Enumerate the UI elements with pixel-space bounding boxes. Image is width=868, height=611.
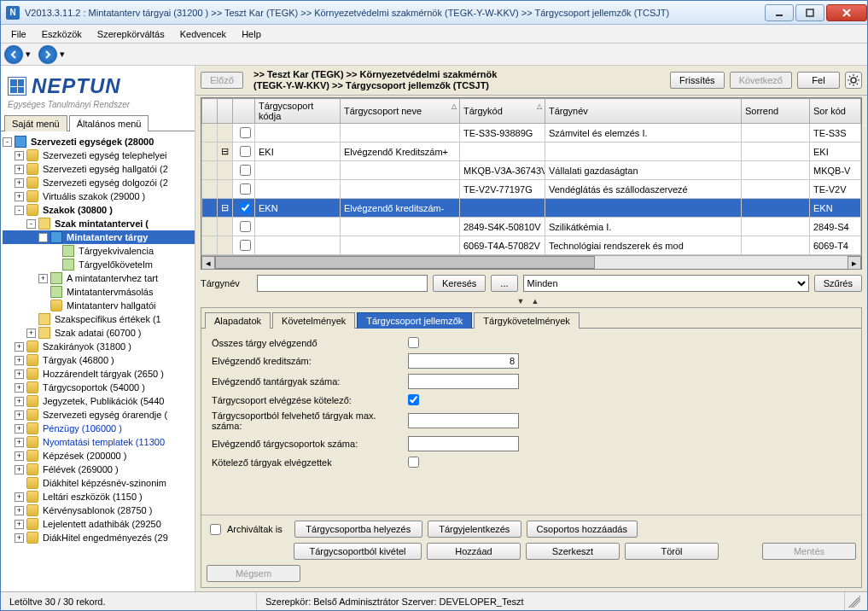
tree-node[interactable]: +Szervezeti egység órarendje ( [3,408,195,422]
tree-node[interactable]: +Félévek (269000 ) [3,463,195,476]
row-expand-icon[interactable]: ⊟ [218,143,233,161]
tree-node[interactable]: +DiákHitel engedményezés (29 [3,531,195,544]
tree-expand-icon[interactable]: + [15,533,24,543]
tree-node[interactable]: +Kérvénysablonok (28750 ) [3,503,195,517]
tree-expand-icon[interactable]: + [26,329,36,338]
btn-add[interactable]: Hozzáad [427,543,521,560]
menu-tools[interactable]: Eszközök [35,27,89,41]
menu-role[interactable]: Szerepkörváltás [90,27,172,41]
tree-expand-icon[interactable]: + [38,274,48,283]
tree-node[interactable]: +Virtuális szakok (29000 ) [3,189,195,203]
refresh-button[interactable]: Frissítés [670,72,725,89]
next-button[interactable]: Következő [730,72,792,89]
tree-node[interactable]: +Képzések (200000 ) [3,449,195,463]
btn-group-remove[interactable]: Tárgycsoportból kivétel [294,543,422,560]
tree-expand-icon[interactable]: + [15,438,24,447]
tree-expand-icon[interactable]: + [15,342,24,352]
search-input[interactable] [257,275,428,292]
tree-node[interactable]: +Nyomtatási templatek (11300 [3,435,195,449]
btn-subject-apply[interactable]: Tárgyjelentkezés [428,521,521,538]
btn-save[interactable]: Mentés [762,543,856,560]
field-credit-input[interactable] [408,353,519,369]
tree-expand-icon[interactable]: + [15,178,24,188]
table-row[interactable]: TE-V2V-77197GVendéglátás és szállodaszer… [202,180,861,199]
splitter-handle[interactable]: ▼▲ [195,297,867,307]
table-row[interactable]: ⊟EKIElvégzendő Kreditszám+EKI [202,143,861,161]
btn-edit[interactable]: Szerkeszt [526,543,620,560]
tree-node[interactable]: Mintatantervmásolás [3,285,195,299]
tree-node[interactable]: -Szervezeti egységek (28000 [3,135,195,148]
filter-select[interactable]: Minden [523,275,809,292]
grid-header[interactable]: Tárgynév [545,99,742,124]
tree-node[interactable]: -Szakok (30800 ) [3,203,195,217]
grid-header[interactable]: Sorrend [742,99,810,124]
tree-expand-icon[interactable]: + [15,410,24,420]
menu-file[interactable]: File [4,27,33,41]
tree-node[interactable]: +Szervezeti egység telephelyei [3,148,195,162]
search-more-button[interactable]: ... [491,275,517,292]
tree-node[interactable]: +Tárgyak (46800 ) [3,353,195,367]
btn-bulk-add[interactable]: Csoportos hozzáadás [527,521,638,538]
grid-header-blank[interactable] [233,99,255,124]
grid-header-blank[interactable] [218,99,233,124]
tab-own-menu[interactable]: Saját menü [4,115,67,131]
archived-checkbox[interactable] [210,524,221,535]
close-button[interactable] [826,4,867,21]
tree[interactable]: -Szervezeti egységek (28000+Szervezeti e… [1,131,195,591]
tree-expand-icon[interactable]: + [15,370,24,379]
field-subjectcount-input[interactable] [408,374,519,389]
tree-expand-icon[interactable]: - [38,233,48,242]
tree-expand-icon[interactable]: + [15,151,24,160]
table-row[interactable]: 6069-T4A-57082VTechnológiai rendszerek é… [202,236,861,255]
tree-node[interactable]: +A mintatantervhez tart [3,271,195,285]
minimize-button[interactable] [765,4,794,21]
grid-header-blank[interactable] [202,99,218,124]
tree-node[interactable]: -Mintatanterv tárgy [3,230,195,244]
tree-node[interactable]: +Hozzárendelt tárgyak (2650 ) [3,367,195,381]
grid-header[interactable]: Tárgycsoport neve△ [341,99,460,124]
row-checkbox[interactable] [240,202,251,213]
tab-alapadatok[interactable]: Alapadatok [205,312,271,329]
scroll-right-icon[interactable]: ▸ [848,256,861,270]
tree-node[interactable]: Szakspecifikus értékek (1 [3,312,195,326]
menu-favs[interactable]: Kedvencek [173,27,233,41]
grid-header[interactable]: Tárgykód△ [460,99,545,124]
field-all-required-checkbox[interactable] [408,337,419,348]
row-checkbox[interactable] [240,221,251,232]
tree-expand-icon[interactable]: + [15,451,24,461]
tree-expand-icon[interactable]: + [15,397,24,406]
tree-node[interactable]: +Szervezeti egység dolgozói (2 [3,176,195,189]
tab-targykovetelmenyek[interactable]: Tárgykövetelmények [474,312,580,329]
nav-forward-dropdown[interactable]: ▾ [57,45,67,64]
resize-handle-icon[interactable] [848,596,860,608]
tree-node[interactable]: Tárgyelőkövetelm [3,258,195,271]
tree-node[interactable]: Diákhitel képzésnév-szinonim [3,476,195,490]
tree-node[interactable]: +Szak adatai (60700 ) [3,326,195,340]
tree-expand-icon[interactable]: + [15,383,24,393]
tree-node[interactable]: +Pénzügy (106000 ) [3,422,195,435]
tab-general-menu[interactable]: Általános menü [69,115,149,131]
btn-delete[interactable]: Töröl [625,543,719,560]
row-checkbox[interactable] [240,165,251,176]
tree-expand-icon[interactable]: - [3,137,12,147]
tree-node[interactable]: +Szervezeti egység hallgatói (2 [3,162,195,176]
row-checkbox[interactable] [240,146,251,157]
scroll-left-icon[interactable]: ◂ [201,256,215,270]
maximize-button[interactable] [795,4,824,21]
grid-h-scrollbar[interactable]: ◂ ▸ [201,255,861,269]
tree-node[interactable]: +Leltári eszközök (1150 ) [3,490,195,503]
prev-button[interactable]: Előző [201,72,243,89]
btn-cancel[interactable]: Mégsem [207,565,300,582]
menu-help[interactable]: Help [235,27,268,41]
table-row[interactable]: MKQB-V3A-36743VVállalati gazdaságtanMKQB… [202,161,861,180]
search-button[interactable]: Keresés [433,275,486,292]
tree-expand-icon[interactable]: - [15,206,24,215]
tree-expand-icon[interactable]: - [26,219,36,229]
table-row[interactable]: TE-S3S-93889GSzámvitel és elemzés I.TE-S… [202,124,861,143]
up-button[interactable]: Fel [797,72,840,89]
settings-icon[interactable] [845,72,862,89]
tree-node[interactable]: +Tárgycsoportok (54000 ) [3,381,195,394]
tree-expand-icon[interactable]: + [15,165,24,174]
tree-node[interactable]: +Jegyzetek, Publikációk (5440 [3,394,195,408]
nav-back-button[interactable] [4,45,23,64]
